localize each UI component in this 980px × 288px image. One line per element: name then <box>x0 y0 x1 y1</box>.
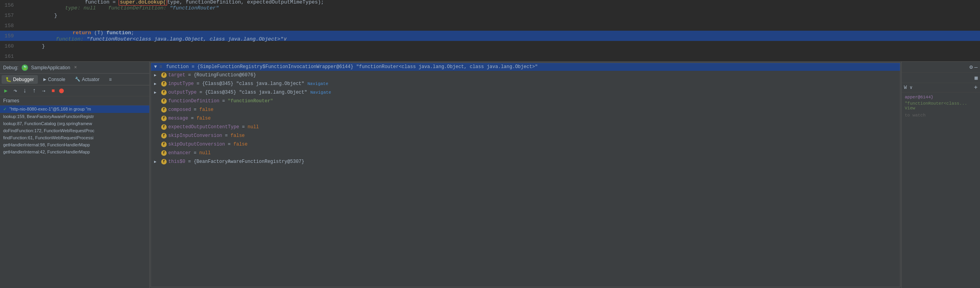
var-row-skipoutput[interactable]: f skipOutputConversion = false <box>151 140 900 149</box>
frame-item-0[interactable]: ✓ "http-nio-8080-exec-1"@5,168 in group … <box>0 105 149 113</box>
console-tab-label: Console <box>48 77 65 82</box>
code-line-156: 156 function = super.doLookup(type, func… <box>0 0 980 10</box>
w-label[interactable]: W ∨ <box>904 85 913 90</box>
debugger-tab-icon: 🐛 <box>6 77 11 82</box>
expand-arrow-outputtype[interactable]: ▶ <box>154 90 160 95</box>
var-row-skipinput[interactable]: f skipInputConversion = false <box>151 131 900 140</box>
var-val-target: {RoutingFunction@6076} <box>193 72 256 78</box>
var-name-composed: composed <box>168 107 191 113</box>
minus-icon[interactable]: — <box>974 64 978 70</box>
expand-placeholder-soc <box>154 142 160 147</box>
expand-arrow-target[interactable]: ▶ <box>154 73 160 78</box>
var-row-target[interactable]: ▶ f target = {RoutingFunction@6076} <box>151 71 900 79</box>
frame-text-4: findFunction:61, FunctionWebRequestProce… <box>3 135 93 140</box>
tab-more[interactable]: ≡ <box>105 75 115 84</box>
frame-text-3: doFindFunction:172, FunctionWebRequestPr… <box>3 128 95 133</box>
var-val-enhancer: null <box>199 150 211 156</box>
var-row-message[interactable]: f message = false <box>151 114 900 123</box>
tab-debugger[interactable]: 🐛 Debugger <box>2 75 38 84</box>
watches-area: apper@6144} "functionRouter<class... Vie… <box>902 92 980 288</box>
expand-arrow-inputtype[interactable]: ▶ <box>154 81 160 86</box>
dropdown-header[interactable]: ▼ ≡ function = {SimpleFunctionRegistry$F… <box>151 63 900 71</box>
session-name[interactable]: SampleApplication <box>31 65 70 70</box>
var-row-outputtype[interactable]: ▶ f outputType = {Class@345} "class java… <box>151 88 900 97</box>
var-val-outputtype: {Class@345} "class java.lang.Object" <box>205 90 307 95</box>
var-row-functiondefinition[interactable]: f functionDefinition = "functionRouter" <box>151 97 900 105</box>
actuator-tab-label: Actuator <box>82 77 100 82</box>
add-watch-button[interactable]: + <box>974 84 978 91</box>
navigate-inputtype[interactable]: Navigate <box>307 81 328 86</box>
frame-item-3[interactable]: doFindFunction:172, FunctionWebRequestPr… <box>0 127 149 134</box>
frame-text-6: getHandlerInternal:42, FunctionHandlerMa… <box>3 150 90 154</box>
f-badge-inputtype: f <box>161 81 167 87</box>
tab-actuator[interactable]: 🔧 Actuator <box>71 75 104 84</box>
frame-text-0: "http-nio-8080-exec-1"@5,168 in group "m <box>9 107 91 111</box>
var-eq-composed: = <box>194 107 197 113</box>
dropdown-header-text: function = {SimpleFunctionRegistry$Funct… <box>166 64 537 70</box>
var-eq-sic: = <box>225 133 228 138</box>
frame-item-4[interactable]: findFunction:61, FunctionWebRequestProce… <box>0 134 149 141</box>
step-into-button[interactable]: ↓ <box>20 87 29 95</box>
var-val-inputtype: {Class@345} "class java.lang.Object" <box>202 81 304 87</box>
frame-item-2[interactable]: lookup:87, FunctionCatalog (org.springfr… <box>0 120 149 127</box>
watch-val[interactable]: "functionRouter<class... View <box>905 101 977 111</box>
f-badge-outputtype: f <box>161 90 167 95</box>
f-badge-target: f <box>161 72 167 78</box>
frame-item-1[interactable]: lookup:159, BeanFactoryAwareFunctionRegi… <box>0 113 149 120</box>
expand-arrow-this0[interactable]: ▶ <box>154 159 160 164</box>
dropdown-collapse-arrow[interactable]: ▼ <box>154 64 157 70</box>
line-number-157: 157 <box>0 13 18 18</box>
f-badge-enhancer: f <box>161 150 167 156</box>
line-number-160: 160 <box>0 43 18 49</box>
var-row-this0[interactable]: ▶ f this$0 = {BeanFactoryAwareFunctionRe… <box>151 157 900 166</box>
var-name-soc: skipOutputConversion <box>168 142 225 147</box>
f-badge-eoct: f <box>161 124 167 130</box>
f-badge-soc: f <box>161 142 167 147</box>
watch-label: apper@6144} <box>905 95 934 100</box>
var-eq-fd: = <box>222 98 225 104</box>
var-name-sic: skipInputConversion <box>168 133 222 138</box>
code-line-160: 160 } <box>0 41 980 51</box>
layout-icon[interactable]: ▦ <box>974 75 978 81</box>
navigate-outputtype[interactable]: Navigate <box>310 90 331 95</box>
frames-list[interactable]: ✓ "http-nio-8080-exec-1"@5,168 in group … <box>0 105 149 288</box>
variables-dropdown[interactable]: ▼ ≡ function = {SimpleFunctionRegistry$F… <box>151 63 900 287</box>
f-badge-composed: f <box>161 107 167 113</box>
debug-toolbar: ▶ ↷ ↓ ↑ ⇢ ■ <box>0 85 149 96</box>
frame-item-5[interactable]: getHandlerInternal:98, FunctionHandlerMa… <box>0 141 149 148</box>
var-eq-eoct: = <box>242 124 245 130</box>
var-name-enhancer: enhancer <box>168 150 191 156</box>
var-row-expectedoutput[interactable]: f expectedOutputContentType = null <box>151 123 900 131</box>
run-to-cursor-button[interactable]: ⇢ <box>39 87 48 95</box>
var-eq-target: = <box>188 72 191 78</box>
step-over-button[interactable]: ↷ <box>11 87 20 95</box>
app-icon: 🍃 <box>22 65 28 71</box>
line-number-161: 161 <box>0 54 18 59</box>
expand-placeholder-message <box>154 116 160 121</box>
tab-console[interactable]: ▶ Console <box>39 75 69 84</box>
frames-label: Frames <box>0 96 149 105</box>
var-name-target: target <box>168 72 185 78</box>
code-line-161: 161 <box>0 51 980 61</box>
resume-button[interactable]: ▶ <box>2 87 10 95</box>
frame-text-5: getHandlerInternal:98, FunctionHandlerMa… <box>3 142 90 147</box>
watch-item-0: apper@6144} "functionRouter<class... Vie… <box>905 94 977 111</box>
stop-button[interactable]: ■ <box>49 87 58 95</box>
f-badge-sic: f <box>161 133 167 138</box>
code-content-160: } <box>26 43 980 49</box>
var-name-inputtype: inputType <box>168 81 194 87</box>
var-row-inputtype[interactable]: ▶ f inputType = {Class@345} "class java.… <box>151 79 900 88</box>
var-row-enhancer[interactable]: f enhancer = null <box>151 149 900 157</box>
close-session-icon[interactable]: × <box>74 65 77 70</box>
frame-text-1: lookup:159, BeanFactoryAwareFunctionRegi… <box>3 114 94 119</box>
var-val-message: false <box>197 116 211 121</box>
step-out-button[interactable]: ↑ <box>30 87 39 95</box>
var-row-composed[interactable]: f composed = false <box>151 105 900 114</box>
code-line-157: 157 } <box>0 10 980 20</box>
code-line-159: 159 return (T) function; function: "func… <box>0 31 980 41</box>
debugger-tab-label: Debugger <box>13 77 34 82</box>
layout-bar: ▦ <box>902 73 980 83</box>
frame-item-6[interactable]: getHandlerInternal:42, FunctionHandlerMa… <box>0 148 149 155</box>
settings-icon[interactable]: ⚙ <box>969 64 973 70</box>
expand-placeholder-composed <box>154 108 160 112</box>
